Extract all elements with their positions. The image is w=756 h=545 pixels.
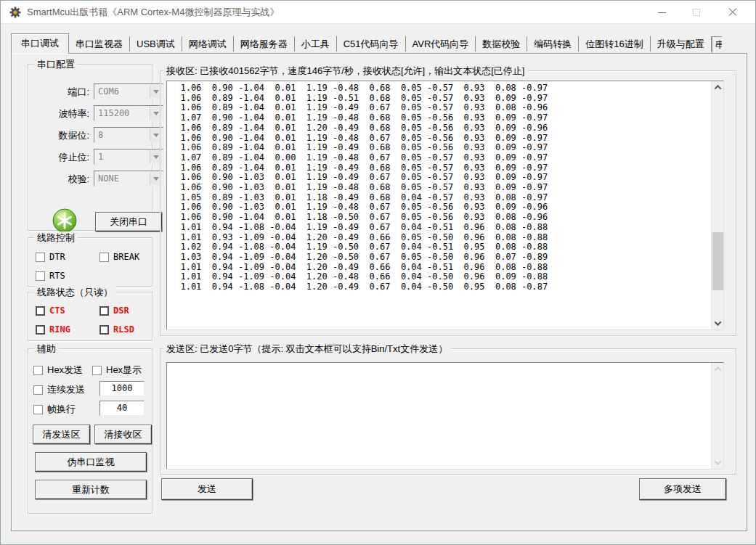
baudrate-value: 115200 [98, 108, 129, 118]
port-select[interactable]: COM6 [94, 83, 163, 99]
stopbits-label: 停止位: [31, 151, 89, 164]
receive-group: 接收区: 已接收401562字节，速度146字节/秒，接收状态[允许]，输出文本… [160, 70, 736, 336]
tab-network-server[interactable]: 网络服务器 [234, 36, 295, 52]
send-header: 发送区: 已发送0字节（提示: 双击文本框可以支持Bin/Txt文件发送） [163, 343, 450, 356]
tab-upgrade-config[interactable]: 升级与配置 [651, 36, 712, 52]
receive-textarea[interactable]: 1.06 0.90 -1.04 0.01 1.19 -0.48 0.68 0.0… [166, 81, 724, 330]
line-status-group: 线路状态（只读） CTS DSR RING RLSD [28, 292, 153, 341]
tab-data-checksum[interactable]: 数据校验 [476, 36, 527, 52]
window-title: SmartMcu出版书籍《ARM Cortex-M4微控制器原理与实战》 [27, 6, 279, 19]
receive-data: 1.06 0.90 -1.04 0.01 1.19 -0.48 0.68 0.0… [170, 83, 710, 328]
receive-scrollbar[interactable] [711, 81, 723, 329]
scroll-down-button[interactable] [712, 456, 724, 469]
databits-label: 数据位: [31, 129, 89, 142]
close-port-button[interactable]: 关闭串口 [95, 212, 162, 231]
clear-send-button[interactable]: 清发送区 [33, 425, 90, 444]
tab-serial-monitor[interactable]: 串口监视器 [69, 36, 130, 52]
clear-receive-button[interactable]: 清接收区 [94, 425, 152, 444]
parity-label: 校验: [31, 173, 89, 186]
line-control-group: 线路控制 DTR BREAK RTS [28, 237, 153, 287]
parity-select[interactable]: NONE [94, 171, 163, 187]
tab-encoding-convert[interactable]: 编码转换 [527, 36, 579, 52]
tab-avr-wizard[interactable]: AVR代码向导 [406, 36, 476, 52]
continuous-interval-input[interactable]: 1000 [99, 381, 145, 396]
tab-serial-debug[interactable]: 串口调试 [11, 33, 69, 54]
stopbits-select[interactable]: 1 [94, 149, 163, 165]
maximize-button[interactable] [680, 1, 713, 24]
aux-group: 辅助 Hex发送 Hex显示 连续发送 1000 帧换行 40 清发送区 清接收… [28, 348, 153, 514]
tab-network-debug[interactable]: 网络调试 [182, 36, 234, 52]
chevron-up-icon [715, 366, 722, 374]
scroll-up-button[interactable] [712, 81, 724, 94]
chevron-down-icon [715, 319, 722, 326]
scroll-down-button[interactable] [712, 317, 724, 329]
send-text [170, 365, 710, 467]
tab-c51-wizard[interactable]: C51代码向导 [337, 36, 406, 52]
ring-indicator: RING [36, 324, 70, 335]
minimize-icon [658, 12, 666, 13]
dtr-checkbox[interactable]: DTR [36, 252, 65, 262]
chevron-up-icon [715, 85, 722, 92]
baudrate-select[interactable]: 115200 [94, 105, 163, 121]
recount-button[interactable]: 重新计数 [35, 480, 147, 499]
baudrate-label: 波特率: [31, 107, 89, 120]
serial-debug-page: 串口配置 端口: COM6 波特率: 115200 数据位: 8 停止位: 1 … [11, 53, 747, 531]
receive-header: 接收区: 已接收401562字节，速度146字节/秒，接收状态[允许]，输出文本… [163, 65, 527, 78]
hex-display-checkbox[interactable]: Hex显示 [92, 364, 142, 377]
tab-tools[interactable]: 小工具 [295, 36, 337, 52]
rts-checkbox[interactable]: RTS [36, 271, 65, 281]
serial-config-group: 串口配置 端口: COM6 波特率: 115200 数据位: 8 停止位: 1 … [28, 64, 153, 231]
gear-app-icon [9, 6, 22, 19]
tab-bitmap-to-hex[interactable]: 位图转16进制 [579, 36, 650, 52]
aux-title: 辅助 [34, 343, 59, 356]
port-value: COM6 [98, 86, 119, 97]
cts-indicator: CTS [36, 306, 65, 316]
tab-usb-debug[interactable]: USB调试 [130, 36, 182, 52]
rlsd-indicator: RLSD [99, 324, 134, 335]
pseudo-monitor-button[interactable]: 伪串口监视 [35, 452, 147, 472]
serial-config-title: 串口配置 [34, 58, 78, 71]
port-label: 端口: [31, 86, 89, 99]
scroll-up-button[interactable] [712, 363, 724, 375]
multi-send-button[interactable]: 多项发送 [639, 478, 726, 500]
send-button[interactable]: 发送 [161, 478, 253, 500]
stopbits-value: 1 [98, 152, 103, 162]
send-group: 发送区: 已发送0字节（提示: 双击文本框可以支持Bin/Txt文件发送） [160, 348, 736, 475]
app-window: SmartMcu出版书籍《ARM Cortex-M4微控制器原理与实战》 串口调… [0, 0, 756, 545]
port-open-led-icon [52, 208, 78, 234]
minimize-button[interactable] [645, 1, 678, 24]
title-bar: SmartMcu出版书籍《ARM Cortex-M4微控制器原理与实战》 [1, 1, 755, 24]
break-checkbox[interactable]: BREAK [99, 252, 139, 262]
databits-select[interactable]: 8 [94, 127, 163, 143]
close-icon [728, 8, 737, 17]
continuous-send-checkbox[interactable]: 连续发送 [33, 383, 85, 396]
send-textarea[interactable] [166, 362, 724, 470]
databits-value: 8 [98, 130, 103, 140]
parity-value: NONE [98, 173, 119, 184]
send-scrollbar[interactable] [711, 363, 723, 469]
hex-send-checkbox[interactable]: Hex发送 [33, 364, 83, 377]
scrollbar-thumb[interactable] [712, 232, 723, 290]
close-button[interactable] [716, 1, 749, 24]
frame-newline-checkbox[interactable]: 帧换行 [33, 403, 76, 416]
line-status-title: 线路状态（只读） [34, 286, 115, 299]
tab-bar: 串口调试 串口监视器 USB调试 网络调试 网络服务器 小工具 C51代码向导 … [11, 33, 754, 54]
line-control-title: 线路控制 [34, 231, 78, 245]
dsr-indicator: DSR [99, 306, 129, 316]
chevron-down-icon [715, 458, 722, 465]
frame-value-input[interactable]: 40 [99, 401, 145, 416]
tab-partial-clipped[interactable]: 串 [712, 36, 722, 54]
maximize-icon [693, 9, 700, 16]
